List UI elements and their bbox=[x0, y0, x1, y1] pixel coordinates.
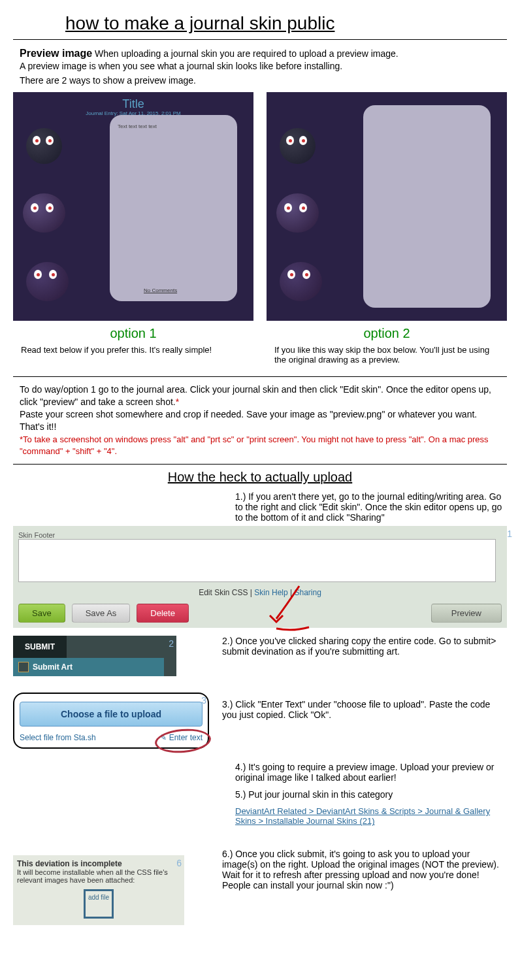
ghost-sprite-icon bbox=[280, 128, 316, 164]
step-badge-3: 3 bbox=[201, 695, 206, 706]
save-button[interactable]: Save bbox=[18, 604, 65, 623]
divider bbox=[13, 376, 507, 377]
preview-image-label: Preview image bbox=[20, 48, 92, 59]
step-6-text: 6.) Once you click submit, it's going to… bbox=[222, 849, 507, 890]
skin-editor-mock: 1 Skin Footer Edit Skin CSS | Skin Help … bbox=[13, 526, 507, 628]
step-badge-1: 1 bbox=[507, 529, 512, 539]
intro-text-2: A preview image is when you see what a j… bbox=[20, 61, 507, 71]
incomplete-title: This deviation is incomplete bbox=[17, 859, 180, 868]
skin-footer-textarea[interactable] bbox=[18, 539, 496, 582]
page-title: how to make a journal skin public bbox=[65, 13, 507, 34]
intro-text-3: There are 2 ways to show a preivew image… bbox=[20, 75, 507, 86]
incomplete-deviation-box: 6 This deviation is incomplete It will b… bbox=[13, 855, 184, 925]
submit-menu-mock: 2 SUBMIT Submit Art bbox=[13, 636, 176, 676]
option-1-label: option 1 bbox=[13, 326, 253, 341]
step-1-text: 1.) If you aren't there yet, go to the j… bbox=[235, 491, 507, 523]
upload-subheading: How the heck to actually upload bbox=[13, 470, 507, 485]
skin-footer-label: Skin Footer bbox=[18, 531, 502, 539]
option-2-desc: If you like this way skip the box below.… bbox=[267, 345, 507, 365]
preview-thumb-option-1: Title Journal Entry: Sat Apr 11, 2015, 2… bbox=[13, 92, 253, 321]
intro-text-1: When uploading a journal skin you are re… bbox=[95, 48, 398, 59]
edit-skin-css-text: Edit Skin CSS bbox=[199, 588, 248, 597]
select-stash-link[interactable]: Select file from Sta.sh bbox=[20, 733, 96, 742]
howto-p2: Paste your screen shot somewhere and cro… bbox=[20, 409, 477, 432]
step-badge-6: 6 bbox=[176, 858, 182, 868]
howto-asterisk: * bbox=[176, 397, 179, 407]
add-file-button[interactable]: add file bbox=[84, 889, 114, 919]
step-5-text: 5.) Put jour journal skin in this catego… bbox=[235, 789, 507, 800]
preview-thumb-option-2 bbox=[267, 92, 507, 321]
skin-help-link[interactable]: Skin Help bbox=[254, 588, 287, 597]
option-1-desc: Read text below if you prefer this. It's… bbox=[13, 345, 253, 355]
ghost-sprite-icon bbox=[26, 128, 62, 164]
choose-file-mock: 3 Choose a file to upload Select file fr… bbox=[13, 693, 209, 749]
incomplete-body: It will become installable when all the … bbox=[17, 868, 180, 884]
howto-p1: To do way/option 1 go to the journal are… bbox=[20, 384, 491, 407]
thumb-body-text: Text text text text bbox=[118, 123, 157, 129]
ghost-sprite-icon bbox=[280, 262, 322, 301]
howto-note: *To take a screenshot on windows press "… bbox=[20, 434, 489, 457]
thumb-content-box bbox=[110, 115, 237, 301]
intro-line-1: Preview image When uploading a journal s… bbox=[20, 48, 507, 59]
ghost-sprite-icon bbox=[276, 193, 319, 233]
thumb-no-comments: No Comments bbox=[144, 287, 177, 293]
sharing-link[interactable]: Sharing bbox=[294, 588, 321, 597]
thumb-title: Title bbox=[13, 97, 253, 111]
choose-file-button[interactable]: Choose a file to upload bbox=[20, 702, 203, 727]
step-badge-2: 2 bbox=[169, 638, 174, 649]
submit-art-icon bbox=[18, 662, 29, 672]
preview-button[interactable]: Preview bbox=[431, 604, 502, 623]
step-3-text: 3.) Click "Enter Text" under "choose fil… bbox=[222, 699, 507, 720]
ghost-sprite-icon bbox=[23, 193, 65, 233]
divider bbox=[13, 39, 507, 40]
submit-art-item[interactable]: Submit Art bbox=[13, 658, 164, 676]
step-2-text: 2.) Once you've clicked sharing copy the… bbox=[222, 636, 507, 657]
circle-annotation-icon bbox=[154, 727, 212, 755]
step-4-text: 4.) It's going to require a preview imag… bbox=[235, 762, 507, 783]
thumb-content-box bbox=[363, 105, 491, 308]
category-breadcrumb-link[interactable]: DeviantArt Related > DeviantArt Skins & … bbox=[235, 806, 496, 826]
submit-art-label: Submit Art bbox=[33, 662, 73, 672]
submit-tab[interactable]: SUBMIT bbox=[13, 636, 67, 658]
option-2-label: option 2 bbox=[267, 326, 507, 341]
save-as-button[interactable]: Save As bbox=[72, 604, 131, 623]
ghost-sprite-icon bbox=[26, 262, 69, 301]
delete-button[interactable]: Delete bbox=[137, 604, 189, 623]
divider bbox=[13, 464, 507, 465]
